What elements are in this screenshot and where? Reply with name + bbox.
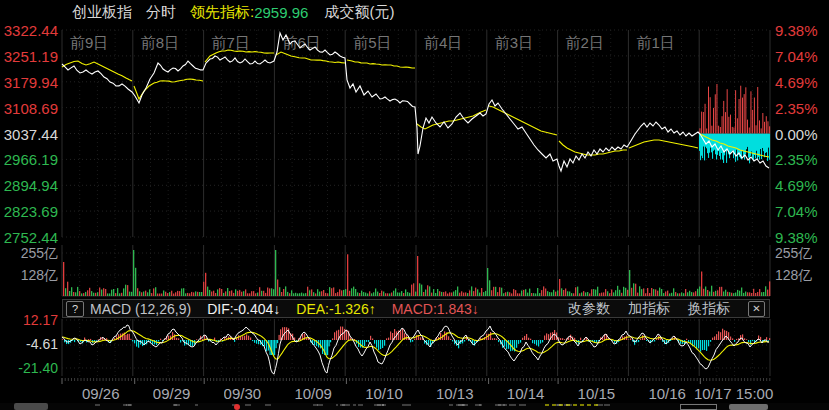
add-indicator-button[interactable]: 加指标 bbox=[628, 300, 670, 318]
macd-toolbar: ? MACD (12,26,9) DIF:-0.404↓ DEA:-1.326↑… bbox=[62, 299, 770, 318]
index-name: 创业板指 bbox=[72, 3, 132, 22]
help-icon[interactable]: ? bbox=[66, 301, 84, 317]
time-axis-label: 09/26 bbox=[82, 386, 127, 401]
leading-indicator-label: 领先指标: bbox=[190, 3, 254, 22]
time-axis-label: 09/30 bbox=[224, 386, 269, 401]
dif-value: DIF:-0.404↓ bbox=[207, 301, 280, 317]
switch-indicator-button[interactable]: 换指标 bbox=[688, 300, 730, 318]
bottom-taskbar-strip-clipped bbox=[0, 403, 829, 410]
time-axis-label: 10/13 bbox=[436, 386, 481, 401]
chart-canvas[interactable] bbox=[0, 0, 829, 410]
red-dot-icon bbox=[234, 404, 240, 410]
time-axis-label: 10/10 bbox=[365, 386, 410, 401]
macd-indicator-title: MACD (12,26,9) bbox=[90, 301, 191, 317]
time-axis: 09/2609/2909/3010/0910/1010/1310/1410/15… bbox=[0, 384, 829, 402]
close-icon[interactable]: ✕ bbox=[748, 301, 765, 317]
time-axis-label: 09/29 bbox=[153, 386, 198, 401]
time-axis-label: 10/15 bbox=[578, 386, 623, 401]
macd-value: MACD:1.843↓ bbox=[392, 301, 479, 317]
dea-value: DEA:-1.326↑ bbox=[296, 301, 375, 317]
time-axis-label: 10/16 bbox=[648, 386, 693, 401]
arrow-up-icon: ↑ bbox=[369, 301, 376, 317]
arrow-down-icon: ↓ bbox=[273, 301, 280, 317]
arrow-down-icon: ↓ bbox=[472, 301, 479, 317]
tab-minute-chart[interactable]: 分时 bbox=[146, 3, 176, 22]
app-window: 创业板指 分时 领先指标: 2959.96 成交额(元) 3322.443251… bbox=[0, 0, 829, 410]
time-axis-label: 10/14 bbox=[507, 386, 552, 401]
leading-indicator-value: 2959.96 bbox=[254, 4, 308, 21]
time-axis-label: 10/17 15:00 bbox=[694, 386, 804, 401]
chart-header: 创业板指 分时 领先指标: 2959.96 成交额(元) bbox=[0, 1, 829, 23]
turnover-label: 成交额(元) bbox=[324, 3, 394, 22]
change-params-button[interactable]: 改参数 bbox=[568, 300, 610, 318]
time-axis-label: 10/09 bbox=[294, 386, 339, 401]
